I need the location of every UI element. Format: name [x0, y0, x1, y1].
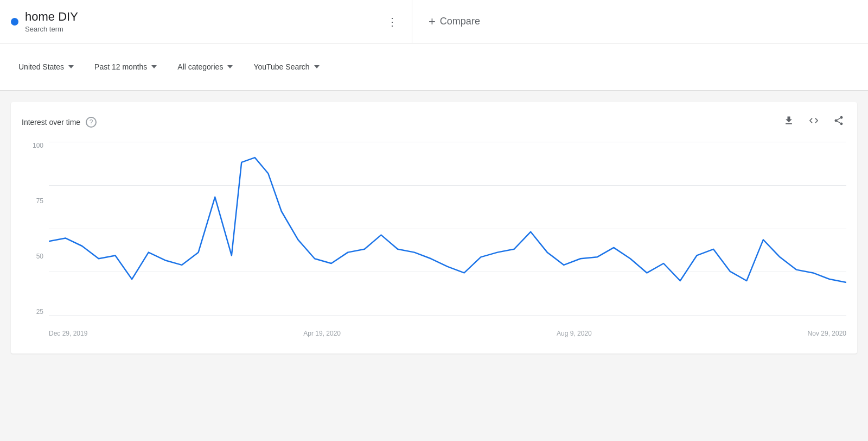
y-label-25: 25: [24, 308, 43, 316]
source-filter[interactable]: YouTube Search: [246, 58, 327, 75]
chart-actions: [781, 113, 846, 131]
main-content: Interest over time ?: [0, 91, 868, 364]
chart-wrapper: 25 50 75 100 Dec 29, 2019 Apr 19, 2020: [49, 142, 846, 337]
compare-button[interactable]: + Compare: [429, 15, 480, 29]
chart-card: Interest over time ?: [11, 102, 857, 354]
region-label: United States: [18, 62, 64, 71]
x-label-apr: Apr 19, 2020: [303, 330, 341, 337]
term-name: home DIY: [25, 10, 78, 24]
search-term-panel: home DIY Search term ⋮: [0, 0, 412, 43]
more-options-icon[interactable]: ⋮: [384, 13, 401, 30]
chart-title: Interest over time: [22, 118, 80, 127]
source-label: YouTube Search: [253, 62, 309, 71]
category-chevron: [227, 65, 233, 68]
term-type: Search term: [25, 25, 78, 33]
top-bar: home DIY Search term ⋮ + Compare: [0, 0, 868, 43]
x-label-aug: Aug 9, 2020: [557, 330, 592, 337]
y-label-50: 50: [24, 253, 43, 260]
region-chevron: [68, 65, 74, 68]
chart-area: Dec 29, 2019 Apr 19, 2020 Aug 9, 2020 No…: [49, 142, 846, 337]
line-chart-svg: [49, 142, 846, 316]
compare-plus-icon: +: [429, 15, 436, 29]
share-button[interactable]: [831, 113, 846, 131]
compare-panel: + Compare: [412, 0, 868, 43]
time-filter[interactable]: Past 12 months: [87, 58, 164, 75]
chart-header: Interest over time ?: [22, 113, 846, 131]
category-label: All categories: [177, 62, 223, 71]
source-chevron: [314, 65, 320, 68]
y-label-100: 100: [24, 142, 43, 149]
x-axis-labels: Dec 29, 2019 Apr 19, 2020 Aug 9, 2020 No…: [49, 321, 846, 337]
time-chevron: [151, 65, 157, 68]
region-filter[interactable]: United States: [11, 58, 81, 75]
compare-label: Compare: [440, 16, 480, 27]
y-axis: 25 50 75 100: [24, 142, 43, 316]
help-icon[interactable]: ?: [86, 117, 97, 128]
x-label-dec: Dec 29, 2019: [49, 330, 87, 337]
y-label-75: 75: [24, 197, 43, 205]
chart-title-group: Interest over time ?: [22, 117, 97, 128]
time-label: Past 12 months: [94, 62, 147, 71]
category-filter[interactable]: All categories: [170, 58, 240, 75]
x-label-nov: Nov 29, 2020: [808, 330, 846, 337]
embed-button[interactable]: [806, 113, 821, 131]
filters-bar: United States Past 12 months All categor…: [0, 43, 868, 91]
term-dot: [11, 18, 18, 26]
download-button[interactable]: [781, 113, 796, 131]
term-info: home DIY Search term: [25, 10, 78, 33]
